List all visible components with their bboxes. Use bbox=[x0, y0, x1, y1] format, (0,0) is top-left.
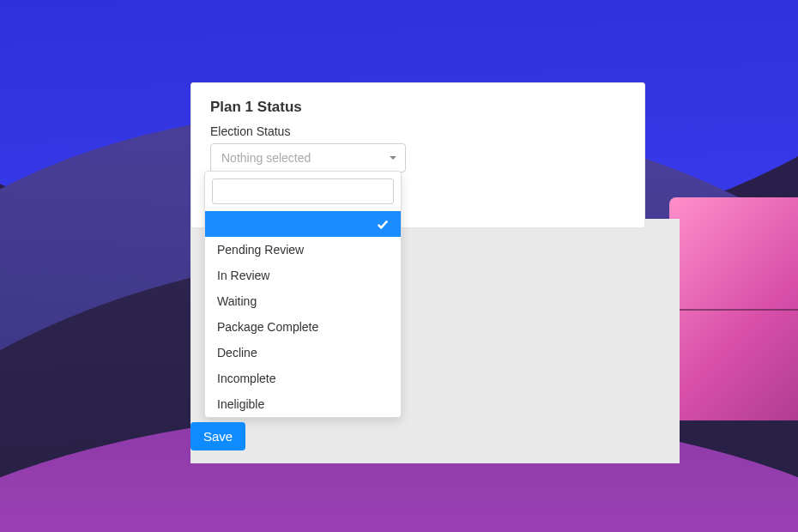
dropdown-option[interactable]: Incomplete bbox=[205, 366, 401, 391]
select-placeholder: Nothing selected bbox=[221, 151, 311, 165]
dropdown-option[interactable]: Pending Review bbox=[205, 237, 401, 263]
dropdown-search-input[interactable] bbox=[212, 178, 394, 204]
dropdown-option[interactable]: Package Complete bbox=[205, 314, 401, 340]
dropdown-option-label: Waiting bbox=[217, 294, 257, 308]
dropdown-list: Pending ReviewIn ReviewWaitingPackage Co… bbox=[205, 211, 401, 417]
dropdown-option[interactable]: Decline bbox=[205, 340, 401, 366]
dropdown-option-label: Pending Review bbox=[217, 243, 304, 257]
dropdown-option-label: Package Complete bbox=[217, 320, 318, 334]
dropdown-option[interactable] bbox=[205, 211, 401, 237]
election-status-select[interactable]: Nothing selected bbox=[210, 143, 406, 172]
save-button[interactable]: Save bbox=[190, 422, 245, 450]
election-status-dropdown: Pending ReviewIn ReviewWaitingPackage Co… bbox=[204, 171, 402, 418]
card-title: Plan 1 Status bbox=[210, 99, 626, 116]
field-label: Election Status bbox=[210, 124, 626, 138]
dropdown-search-wrap bbox=[205, 172, 401, 211]
dropdown-option[interactable]: In Review bbox=[205, 263, 401, 288]
select-wrapper: Nothing selected bbox=[210, 143, 406, 172]
dropdown-option-label: Incomplete bbox=[217, 372, 275, 385]
dropdown-option-label: In Review bbox=[217, 269, 269, 282]
caret-down-icon bbox=[390, 156, 396, 160]
dropdown-option[interactable]: Waiting bbox=[205, 288, 401, 314]
dropdown-option-label: Decline bbox=[217, 346, 257, 360]
dropdown-option[interactable]: Ineligible bbox=[205, 391, 401, 417]
wallpaper-accent bbox=[669, 197, 798, 420]
dropdown-option-label: Ineligible bbox=[217, 397, 264, 411]
check-icon bbox=[377, 218, 389, 230]
